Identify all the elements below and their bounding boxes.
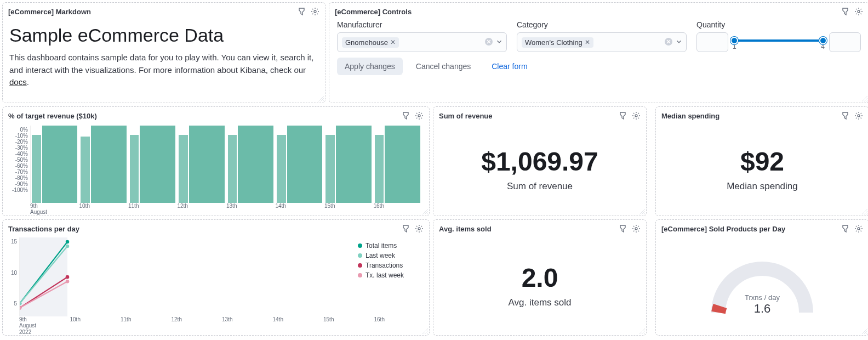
bar-column[interactable]: [228, 126, 273, 203]
gear-icon[interactable]: [853, 223, 864, 234]
target-bar-chart[interactable]: 0%-10%-20%-30%-40%-50%-60%-70%-80%-90%-1…: [9, 126, 422, 203]
quantity-slider[interactable]: 1 4: [733, 34, 825, 50]
gear-icon[interactable]: [853, 110, 864, 121]
legend-swatch: [358, 273, 362, 277]
panel-title: [eCommerce] Markdown: [8, 8, 296, 16]
panel-title: Median spending: [661, 112, 840, 120]
bar-column[interactable]: [375, 126, 420, 203]
legend-item[interactable]: Total items: [358, 242, 422, 250]
bar-column[interactable]: [130, 126, 175, 203]
x-tick: 9th: [19, 316, 70, 322]
transactions-line-chart[interactable]: [19, 237, 353, 316]
markdown-title: Sample eCommerce Data: [9, 25, 318, 46]
filter-icon[interactable]: [840, 6, 851, 17]
bar-column[interactable]: [326, 126, 371, 203]
legend-label: Tx. last week: [366, 271, 404, 279]
resize-handle[interactable]: [422, 328, 428, 334]
category-value: Women's Clothing: [525, 38, 583, 47]
panel-title: [eCommerce] Sold Products per Day: [661, 225, 840, 233]
chevron-down-icon[interactable]: [675, 38, 683, 47]
y-tick: 15: [7, 239, 17, 245]
legend-item[interactable]: Transactions: [358, 262, 422, 269]
gear-icon[interactable]: [631, 223, 642, 234]
markdown-text-post: .: [27, 77, 29, 87]
sum-revenue-value: $1,069.97: [481, 146, 598, 177]
resize-handle[interactable]: [862, 209, 867, 214]
remove-pill-icon[interactable]: ✕: [390, 38, 396, 46]
x-tick: 12th: [172, 316, 222, 322]
resize-handle[interactable]: [862, 96, 867, 101]
panel-title: % of target revenue ($10k): [8, 112, 401, 120]
y-tick: -20%: [9, 139, 28, 145]
clear-icon[interactable]: [484, 37, 493, 48]
resize-handle[interactable]: [639, 328, 645, 334]
docs-link[interactable]: docs: [9, 77, 27, 87]
gear-icon[interactable]: [414, 223, 425, 234]
markdown-text: This dashboard contains sample data for …: [9, 52, 318, 89]
filter-icon[interactable]: [401, 223, 412, 234]
y-tick: -100%: [9, 187, 28, 193]
y-tick: -30%: [9, 145, 28, 151]
y-tick: 10: [7, 270, 17, 276]
clear-form-button[interactable]: Clear form: [484, 58, 535, 75]
slider-thumb-min[interactable]: [730, 37, 738, 44]
legend-label: Last week: [366, 252, 395, 259]
gear-icon[interactable]: [631, 110, 642, 121]
bar-column[interactable]: [81, 126, 126, 203]
legend-item[interactable]: Tx. last week: [358, 271, 422, 279]
slider-thumb-max[interactable]: [819, 37, 827, 44]
filter-icon[interactable]: [840, 223, 851, 234]
chevron-down-icon[interactable]: [495, 38, 503, 47]
resize-handle[interactable]: [318, 96, 324, 101]
avg-items-label: Avg. items sold: [509, 297, 572, 308]
svg-point-18: [858, 228, 860, 230]
x-tick: 10th: [70, 316, 121, 322]
bar-column[interactable]: [179, 126, 224, 203]
x-tick: 13th: [226, 203, 276, 209]
y-tick: -60%: [9, 163, 28, 169]
gauge-label: Trxns / day: [745, 293, 780, 302]
svg-point-0: [314, 10, 316, 13]
x-tick: 14th: [276, 203, 325, 209]
manufacturer-pill[interactable]: Gnomehouse ✕: [342, 37, 399, 48]
x-tick: 10th: [79, 203, 129, 209]
filter-icon[interactable]: [618, 110, 629, 121]
resize-handle[interactable]: [862, 328, 867, 334]
apply-changes-button[interactable]: Apply changes: [337, 58, 403, 75]
gear-icon[interactable]: [853, 6, 864, 17]
category-combobox[interactable]: Women's Clothing ✕: [517, 32, 687, 52]
y-tick: -80%: [9, 175, 28, 181]
panel-sold-products: [eCommerce] Sold Products per Day Trxns …: [655, 219, 868, 336]
x-tick: 16th: [374, 316, 425, 322]
filter-icon[interactable]: [840, 110, 851, 121]
x-tick: 12th: [178, 203, 227, 209]
quantity-min-input[interactable]: [696, 32, 728, 52]
category-label: Category: [517, 20, 687, 29]
category-pill[interactable]: Women's Clothing ✕: [522, 37, 593, 48]
gear-icon[interactable]: [414, 110, 425, 121]
manufacturer-label: Manufacturer: [337, 20, 507, 29]
panel-title: Transactions per day: [8, 225, 401, 233]
median-label: Median spending: [727, 181, 797, 192]
svg-point-4: [418, 115, 420, 117]
filter-icon[interactable]: [401, 110, 412, 121]
panel-sum-revenue: Sum of revenue $1,069.97 Sum of revenue: [433, 106, 647, 216]
resize-handle[interactable]: [422, 209, 428, 214]
gear-icon[interactable]: [310, 6, 321, 17]
x-tick: 9th: [30, 203, 79, 209]
bar-column[interactable]: [277, 126, 322, 203]
quantity-max-input[interactable]: [829, 32, 861, 52]
manufacturer-combobox[interactable]: Gnomehouse ✕: [337, 32, 507, 52]
remove-pill-icon[interactable]: ✕: [585, 38, 590, 46]
cancel-changes-button[interactable]: Cancel changes: [408, 58, 478, 75]
filter-icon[interactable]: [296, 6, 307, 17]
resize-handle[interactable]: [639, 209, 645, 214]
gauge-chart[interactable]: Trxns / day 1.6: [656, 235, 868, 335]
clear-icon[interactable]: [664, 37, 673, 48]
bar-column[interactable]: [32, 126, 77, 203]
legend-item[interactable]: Last week: [358, 252, 422, 259]
panel-transactions: Transactions per day 15105 Total itemsLa…: [2, 219, 430, 336]
panel-median-spending: Median spending $92 Median spending: [655, 106, 868, 216]
gauge-value: 1.6: [745, 302, 780, 316]
filter-icon[interactable]: [618, 223, 629, 234]
